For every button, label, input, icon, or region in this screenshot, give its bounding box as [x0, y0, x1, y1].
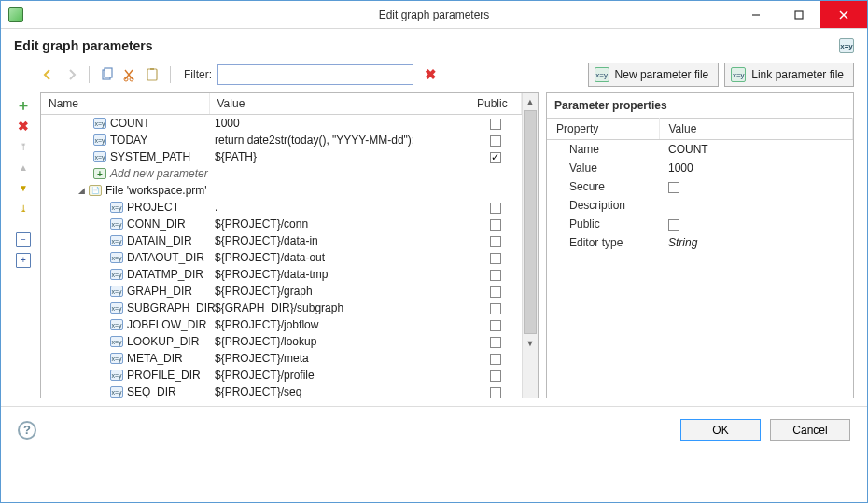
table-row[interactable]: x=ySUBGRAPH_DIR${GRAPH_DIR}/subgraph	[41, 300, 522, 316]
clear-filter-icon[interactable]: ✖	[425, 66, 437, 83]
table-row[interactable]: x=yPROJECT.	[41, 199, 522, 216]
prop-public-checkbox[interactable]	[668, 219, 679, 231]
table-row[interactable]: x=ySEQ_DIR${PROJECT}/seq	[41, 384, 522, 398]
param-name: TODAY	[110, 133, 147, 147]
col-value[interactable]: Value	[209, 93, 469, 115]
table-row[interactable]: x=yLOOKUP_DIR${PROJECT}/lookup	[41, 333, 522, 350]
public-checkbox[interactable]	[490, 219, 501, 231]
filter-input[interactable]	[217, 64, 413, 85]
public-checkbox[interactable]	[490, 253, 501, 264]
minimize-button[interactable]	[735, 1, 777, 28]
col-name[interactable]: Name	[41, 93, 209, 115]
param-icon: x=y	[110, 386, 123, 398]
prop-row-value[interactable]: Value 1000	[547, 159, 853, 177]
public-checkbox[interactable]	[490, 337, 501, 348]
public-checkbox[interactable]	[490, 387, 501, 398]
table-row[interactable]: x=yCONN_DIR${PROJECT}/conn	[41, 216, 522, 232]
close-button[interactable]	[820, 1, 867, 28]
table-row[interactable]: x=yTODAYreturn date2str(today(), "YYYY-M…	[41, 132, 522, 148]
vertical-scrollbar[interactable]: ▲ ▼	[522, 93, 538, 398]
dialog-title: Edit graph parameters	[14, 38, 153, 53]
parameters-table: Name Value Public x=yCOUNT1000x=yTODAYre…	[40, 92, 539, 398]
param-value: ${PROJECT}/profile	[209, 367, 469, 384]
move-up-icon[interactable]: ▲	[16, 160, 31, 175]
table-row[interactable]: x=yMETA_DIR${PROJECT}/meta	[41, 350, 522, 367]
maximize-button[interactable]	[777, 1, 820, 28]
param-icon: x=y	[93, 118, 106, 129]
public-checkbox[interactable]	[490, 203, 501, 214]
prop-row-description[interactable]: Description	[547, 196, 853, 215]
table-row[interactable]: x=yDATATMP_DIR${PROJECT}/data-tmp	[41, 266, 522, 283]
cancel-button[interactable]: Cancel	[770, 419, 850, 441]
help-icon[interactable]: ?	[18, 421, 36, 440]
add-parameter-label: Add new parameter	[110, 167, 208, 180]
public-checkbox[interactable]	[490, 320, 501, 331]
param-value: ${PROJECT}/data-tmp	[209, 266, 469, 283]
move-down-icon[interactable]: ▼	[16, 180, 31, 195]
paste-icon[interactable]	[144, 66, 161, 83]
param-value: ${PROJECT}/lookup	[209, 333, 469, 350]
public-checkbox[interactable]	[490, 270, 501, 281]
scroll-thumb[interactable]	[524, 110, 537, 334]
collapse-all-icon[interactable]: −	[16, 232, 31, 247]
col-public[interactable]: Public	[469, 93, 522, 115]
table-row[interactable]: +Add new parameter	[41, 165, 522, 182]
param-value: .	[209, 199, 469, 216]
public-checkbox[interactable]	[490, 370, 501, 382]
prop-row-secure[interactable]: Secure	[547, 177, 853, 196]
param-name: DATAIN_DIR	[127, 234, 192, 247]
param-name: SEQ_DIR	[127, 385, 176, 398]
new-parameter-file-button[interactable]: x=y New parameter file	[588, 63, 720, 87]
tree-toggle-icon[interactable]: ◢	[78, 186, 85, 195]
remove-param-icon[interactable]: ✖	[16, 119, 31, 133]
param-icon: x=y	[110, 336, 123, 347]
param-value: ${PROJECT}/data-in	[209, 232, 469, 249]
public-checkbox[interactable]	[490, 152, 501, 163]
svg-rect-5	[105, 68, 112, 77]
public-checkbox[interactable]	[490, 119, 501, 130]
table-row[interactable]: x=ySYSTEM_PATH${PATH}	[41, 148, 522, 165]
add-param-icon[interactable]: ＋	[16, 98, 31, 113]
cancel-label: Cancel	[792, 424, 827, 437]
prop-row-public[interactable]: Public	[547, 215, 853, 233]
prop-value-value: 1000	[659, 159, 853, 177]
ok-button[interactable]: OK	[680, 419, 761, 441]
scroll-up-icon[interactable]: ▲	[523, 93, 538, 109]
param-icon: x=y	[110, 269, 123, 280]
dialog-body: ＋ ✖ ⤒ ▲ ▼ ⤓ − + Name Value Public x=yCOU…	[1, 92, 867, 406]
param-name: COUNT	[110, 117, 150, 130]
undo-icon[interactable]	[40, 66, 57, 83]
public-checkbox[interactable]	[490, 303, 501, 314]
public-checkbox[interactable]	[490, 236, 501, 247]
table-header-row: Name Value Public	[41, 93, 522, 115]
prop-row-editor-type[interactable]: Editor type String	[547, 233, 853, 252]
param-name: SUBGRAPH_DIR	[127, 301, 216, 314]
table-row[interactable]: x=yDATAOUT_DIR${PROJECT}/data-out	[41, 249, 522, 266]
prop-value-label: Value	[547, 159, 659, 177]
param-icon: x=y	[110, 370, 123, 381]
prop-row-name[interactable]: Name COUNT	[547, 140, 853, 160]
cut-icon[interactable]	[121, 66, 138, 83]
public-checkbox[interactable]	[490, 286, 501, 298]
move-top-icon[interactable]: ⤒	[16, 139, 31, 154]
toolbar-separator	[89, 66, 90, 83]
table-row[interactable]: x=yGRAPH_DIR${PROJECT}/graph	[41, 283, 522, 300]
prop-secure-checkbox[interactable]	[668, 182, 679, 193]
redo-icon[interactable]	[63, 66, 79, 83]
public-checkbox[interactable]	[490, 135, 501, 147]
table-row[interactable]: ◢📄File 'workspace.prm'	[41, 182, 522, 199]
copy-icon[interactable]	[99, 66, 116, 83]
table-row[interactable]: x=yPROFILE_DIR${PROJECT}/profile	[41, 367, 522, 384]
properties-header-row: Property Value	[547, 119, 853, 140]
expand-all-icon[interactable]: +	[16, 253, 31, 268]
scroll-down-icon[interactable]: ▼	[523, 335, 538, 351]
table-row[interactable]: x=yDATAIN_DIR${PROJECT}/data-in	[41, 232, 522, 249]
svg-rect-10	[147, 69, 157, 80]
toolbar-separator	[170, 66, 171, 83]
public-checkbox[interactable]	[490, 354, 501, 365]
move-bottom-icon[interactable]: ⤓	[16, 201, 31, 216]
link-parameter-file-button[interactable]: x=y Link parameter file	[724, 63, 854, 87]
prop-description-value	[659, 196, 853, 215]
table-row[interactable]: x=yCOUNT1000	[41, 115, 522, 133]
table-row[interactable]: x=yJOBFLOW_DIR${PROJECT}/jobflow	[41, 316, 522, 333]
